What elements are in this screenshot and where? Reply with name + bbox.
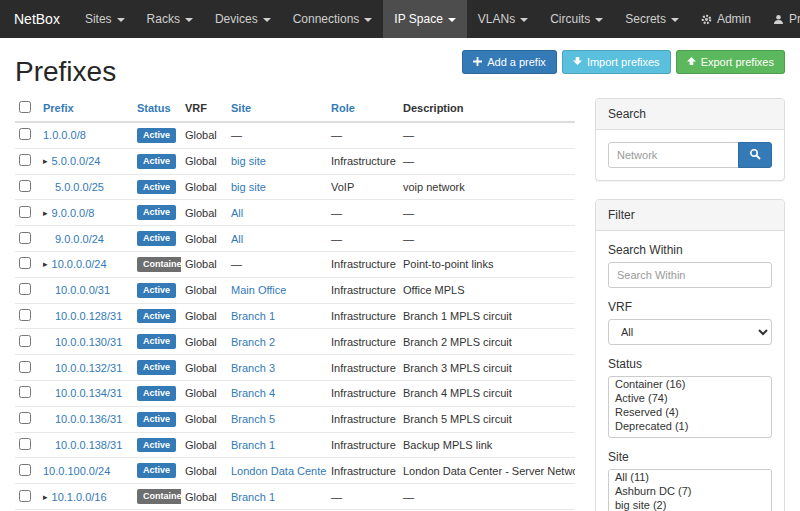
import-prefixes-button[interactable]: Import prefixes [562, 50, 671, 74]
vrf-cell: Global [181, 226, 227, 252]
prefix-link[interactable]: 10.0.0.130/31 [55, 336, 122, 348]
prefix-link[interactable]: 10.0.0.138/31 [55, 439, 122, 451]
site-link[interactable]: All [231, 207, 243, 219]
prefix-link[interactable]: 1.0.0.0/8 [43, 129, 86, 141]
column-header-site[interactable]: Site [227, 96, 327, 122]
row-checkbox[interactable] [19, 128, 31, 140]
expand-arrow-icon[interactable]: ▸ [43, 156, 48, 166]
column-header-status[interactable]: Status [133, 96, 181, 122]
site-list[interactable]: All (11)Ashburn DC (7)big site (2)Branch… [608, 469, 772, 511]
prefix-link[interactable]: 10.0.0.132/31 [55, 362, 122, 374]
site-link[interactable]: Branch 1 [231, 310, 275, 322]
column-header-prefix[interactable]: Prefix [39, 96, 133, 122]
prefix-link[interactable]: 10.0.0.0/24 [52, 258, 107, 270]
nav-item-ip-space[interactable]: IP Space [383, 0, 466, 38]
filter-option[interactable]: Deprecated (1) [609, 419, 771, 433]
vrf-cell: Global [181, 458, 227, 484]
filter-option[interactable]: All (11) [609, 470, 771, 484]
nav-item-devices[interactable]: Devices [204, 0, 282, 38]
export-prefixes-button[interactable]: Export prefixes [676, 50, 785, 74]
table-row: ▸ 10.1.0.0/16 Container Global Branch 1 … [15, 484, 575, 510]
prefix-link[interactable]: 9.0.0.0/24 [55, 233, 104, 245]
site-link[interactable]: big site [231, 181, 266, 193]
nav-item-racks[interactable]: Racks [136, 0, 204, 38]
expand-arrow-icon[interactable]: ▸ [43, 259, 48, 269]
expand-arrow-icon[interactable]: ▸ [43, 208, 48, 218]
row-checkbox[interactable] [19, 386, 31, 398]
indent-spacer [43, 238, 55, 239]
indent-spacer [43, 290, 55, 291]
nav-item-sites[interactable]: Sites [74, 0, 136, 38]
site-link[interactable]: Branch 5 [231, 413, 275, 425]
search-button[interactable] [738, 142, 772, 168]
role-cell: — [327, 484, 399, 510]
site-link[interactable]: All [231, 233, 243, 245]
filter-option[interactable]: Reserved (4) [609, 405, 771, 419]
filter-option[interactable]: big site (2) [609, 498, 771, 511]
status-badge: Active [137, 386, 176, 401]
site-link[interactable]: big site [231, 155, 266, 167]
vrf-cell: Global [181, 406, 227, 432]
filter-option[interactable]: Active (74) [609, 391, 771, 405]
prefix-link[interactable]: 10.0.100.0/24 [43, 465, 110, 477]
add-prefix-button[interactable]: Add a prefix [462, 50, 557, 74]
indent-spacer [43, 341, 55, 342]
expand-arrow-icon[interactable]: ▸ [43, 492, 48, 502]
prefix-link[interactable]: 10.1.0.0/16 [52, 491, 107, 503]
profile-link[interactable]: Profile [762, 0, 800, 38]
row-checkbox[interactable] [19, 206, 31, 218]
search-input[interactable] [608, 142, 739, 168]
table-row: 10.0.0.136/31 Active Global Branch 5 Inf… [15, 406, 575, 432]
row-checkbox[interactable] [19, 180, 31, 192]
site-link[interactable]: Branch 1 [231, 491, 275, 503]
role-cell: Infrastructure [327, 329, 399, 355]
prefix-link[interactable]: 10.0.0.0/31 [55, 284, 110, 296]
nav-item-label: VLANs [478, 12, 515, 26]
indent-spacer [43, 393, 55, 394]
row-checkbox[interactable] [19, 464, 31, 476]
site-filter-label: Site [608, 450, 772, 464]
row-checkbox[interactable] [19, 412, 31, 424]
row-checkbox[interactable] [19, 309, 31, 321]
site-link[interactable]: Branch 1 [231, 439, 275, 451]
filter-option[interactable]: Ashburn DC (7) [609, 484, 771, 498]
vrf-select[interactable]: All [608, 319, 772, 345]
role-cell: Infrastructure [327, 251, 399, 277]
nav-item-circuits[interactable]: Circuits [539, 0, 614, 38]
admin-link[interactable]: Admin [690, 0, 762, 38]
nav-item-connections[interactable]: Connections [282, 0, 384, 38]
site-link[interactable]: London Data Center [231, 465, 327, 477]
status-list[interactable]: Container (16)Active (74)Reserved (4)Dep… [608, 376, 772, 438]
row-checkbox[interactable] [19, 490, 31, 502]
nav-item-vlans[interactable]: VLANs [467, 0, 539, 38]
prefix-link[interactable]: 5.0.0.0/25 [55, 181, 104, 193]
brand-logo[interactable]: NetBox [0, 0, 74, 38]
table-row: 9.0.0.0/24 Active Global All — — [15, 226, 575, 252]
role-cell: Infrastructure [327, 277, 399, 303]
description-cell: Backup MPLS link [399, 432, 575, 458]
row-checkbox[interactable] [19, 335, 31, 347]
row-checkbox[interactable] [19, 232, 31, 244]
nav-item-secrets[interactable]: Secrets [614, 0, 690, 38]
row-checkbox[interactable] [19, 257, 31, 269]
row-checkbox[interactable] [19, 438, 31, 450]
prefix-link[interactable]: 10.0.0.136/31 [55, 413, 122, 425]
select-all-checkbox[interactable] [19, 101, 31, 113]
row-checkbox[interactable] [19, 154, 31, 166]
prefix-link[interactable]: 10.0.0.134/31 [55, 387, 122, 399]
row-checkbox[interactable] [19, 361, 31, 373]
row-checkbox[interactable] [19, 283, 31, 295]
prefix-link[interactable]: 5.0.0.0/24 [52, 155, 101, 167]
chevron-down-icon [364, 18, 372, 22]
site-link[interactable]: Branch 2 [231, 336, 275, 348]
site-link[interactable]: Main Office [231, 284, 286, 296]
page-title: Prefixes [15, 56, 116, 88]
column-header-role[interactable]: Role [327, 96, 399, 122]
filter-option[interactable]: Container (16) [609, 377, 771, 391]
prefix-link[interactable]: 10.0.0.128/31 [55, 310, 122, 322]
site-link[interactable]: Branch 3 [231, 362, 275, 374]
prefix-link[interactable]: 9.0.0.0/8 [52, 207, 95, 219]
site-link[interactable]: Branch 4 [231, 387, 275, 399]
status-badge: Active [137, 463, 176, 478]
search-within-input[interactable] [608, 262, 772, 288]
